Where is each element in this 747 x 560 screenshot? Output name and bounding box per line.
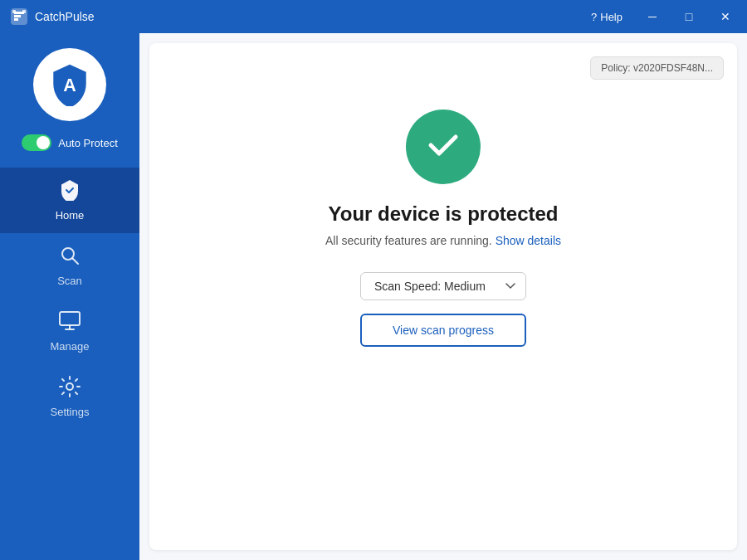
svg-rect-6 [60,312,80,325]
scan-label: Scan [57,275,82,287]
help-button[interactable]: ? Help [586,7,627,27]
status-subtitle-text: All security features are running. [325,234,492,247]
titlebar-controls: ? Help ─ □ ✕ [586,5,737,28]
help-label: Help [600,11,622,23]
sidebar-item-settings[interactable]: Settings [0,364,139,430]
home-label: Home [56,209,85,222]
sidebar-item-home[interactable]: Home [0,168,139,233]
auto-protect-label: Auto Protect [58,137,118,149]
show-details-link[interactable]: Show details [496,234,561,247]
main-layout: A Auto Protect Home [0,33,747,560]
scan-search-icon [59,245,81,270]
content-area: Policy: v2020FDSF48N... Your device is p… [139,33,747,560]
status-subtitle: All security features are running. Show … [325,234,561,247]
app-title: CatchPulse [35,10,95,23]
status-title: Your device is protected [329,202,559,226]
content-panel: Policy: v2020FDSF48N... Your device is p… [149,43,737,550]
auto-protect-row: Auto Protect [22,134,118,151]
svg-rect-1 [12,10,16,13]
settings-gear-icon [59,376,81,401]
sidebar: A Auto Protect Home [0,33,139,560]
svg-rect-2 [22,10,26,13]
svg-point-9 [66,383,73,390]
scan-speed-select[interactable]: Scan Speed: Low Scan Speed: Medium Scan … [360,272,526,300]
checkmark-icon [422,124,464,171]
sidebar-item-scan[interactable]: Scan [0,233,139,299]
help-icon: ? [591,11,597,23]
close-button[interactable]: ✕ [714,5,737,28]
titlebar-left: CatchPulse [10,7,95,26]
home-shield-icon [59,179,81,204]
svg-text:A: A [63,75,76,95]
titlebar: CatchPulse ? Help ─ □ ✕ [0,0,747,33]
auto-protect-toggle[interactable] [22,134,51,151]
app-logo-circle: A [33,48,106,121]
sidebar-item-manage[interactable]: Manage [0,299,139,364]
policy-badge: Policy: v2020FDSF48N... [590,56,724,80]
app-logo-icon [10,7,28,26]
minimize-button[interactable]: ─ [641,5,664,28]
maximize-button[interactable]: □ [677,5,701,28]
view-scan-progress-button[interactable]: View scan progress [360,314,526,347]
status-check-circle [406,110,481,184]
svg-line-5 [73,259,79,265]
logo-shield-icon: A [48,63,91,106]
settings-label: Settings [51,406,90,418]
manage-monitor-icon [58,310,81,335]
status-area: Your device is protected All security fe… [325,110,561,347]
manage-label: Manage [51,340,90,353]
